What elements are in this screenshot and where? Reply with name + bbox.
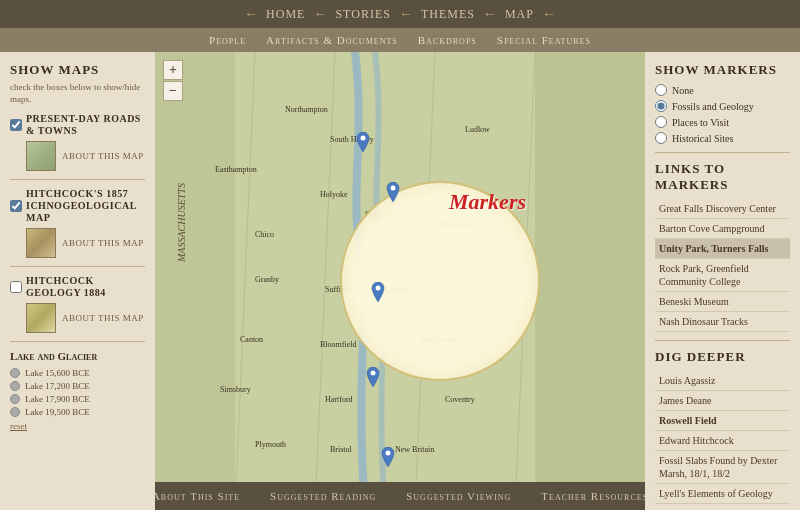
svg-text:Granby: Granby	[255, 275, 279, 284]
lake-label-0: Lake 15,600 BCE	[25, 368, 90, 378]
list-item[interactable]: Barton Cove Campground	[655, 219, 790, 239]
zoom-controls: + −	[163, 60, 183, 101]
svg-rect-1	[155, 52, 235, 510]
list-item[interactable]: Unity Park, Turners Falls	[655, 239, 790, 259]
svg-point-31	[371, 371, 376, 376]
footer-reading[interactable]: Suggested Reading	[270, 490, 376, 502]
nav-arrow: ←	[244, 6, 258, 22]
map-pin[interactable]	[355, 132, 371, 152]
zoom-in-button[interactable]: +	[163, 60, 183, 80]
marker-radio-fossils[interactable]	[655, 100, 667, 112]
map-background: Northampton Easthampton South Hadley Hol…	[155, 52, 645, 510]
svg-text:Easthampton: Easthampton	[215, 165, 257, 174]
map-thumbnail-present-day	[26, 141, 56, 171]
nav-themes[interactable]: Themes	[421, 7, 475, 22]
marker-option-places[interactable]: Places to Visit	[655, 116, 790, 128]
about-map-link-hitchcock1857[interactable]: about this map	[62, 238, 144, 248]
svg-text:Wilbraham: Wilbraham	[435, 220, 471, 229]
marker-radio-places[interactable]	[655, 116, 667, 128]
subnav-special-features[interactable]: Special Features	[497, 34, 591, 46]
reset-link[interactable]: reset	[10, 421, 145, 431]
marker-option-none[interactable]: None	[655, 84, 790, 96]
about-map-row-1857: about this map	[26, 228, 145, 258]
list-item[interactable]: Lyell's Elements of Geology	[655, 484, 790, 504]
dig-deeper-list: Louis Agassiz James Deane Roswell Field …	[655, 371, 790, 504]
svg-point-29	[391, 186, 396, 191]
svg-text:Ludlow: Ludlow	[465, 125, 490, 134]
list-item[interactable]: James Deane	[655, 391, 790, 411]
map-checkbox-hitchcock1884-label: Hitchcock Geology 1884	[26, 275, 145, 299]
list-item[interactable]: Roswell Field	[655, 411, 790, 431]
map-checkbox-hitchcock1884[interactable]: Hitchcock Geology 1884	[10, 275, 145, 299]
footer-viewing[interactable]: Suggested Viewing	[406, 490, 511, 502]
svg-point-30	[376, 286, 381, 291]
marker-label-fossils: Fossils and Geology	[672, 101, 754, 112]
svg-text:Hartford: Hartford	[325, 395, 353, 404]
svg-text:Holyoke: Holyoke	[320, 190, 348, 199]
zoom-out-button[interactable]: −	[163, 81, 183, 101]
about-map-link-hitchcock1884[interactable]: about this map	[62, 313, 144, 323]
list-item[interactable]: Rock Park, Greenfield Community College	[655, 259, 790, 292]
list-item[interactable]: Beneski Museum	[655, 292, 790, 312]
nav-stories[interactable]: Stories	[335, 7, 390, 22]
map-checkbox-hitchcock1857[interactable]: Hitchcock's 1857 Ichnogeological Map	[10, 188, 145, 224]
nav-map[interactable]: Map	[505, 7, 534, 22]
subnav-artifacts[interactable]: Artifacts & Documents	[266, 34, 398, 46]
lake-glacier-title: Lake and Glacier	[10, 350, 145, 362]
about-map-link-present-day[interactable]: about this map	[62, 151, 144, 161]
map-checkbox-present-day[interactable]: Present-day Roads & Towns	[10, 113, 145, 137]
svg-text:Canton: Canton	[240, 335, 263, 344]
svg-text:Plymouth: Plymouth	[255, 440, 286, 449]
about-map-row: about this map	[26, 141, 145, 171]
svg-text:New Britain: New Britain	[395, 445, 434, 454]
svg-point-28	[361, 136, 366, 141]
map-thumbnail-hitchcock1857	[26, 228, 56, 258]
list-item[interactable]: Great Falls Discovery Center	[655, 199, 790, 219]
map-pin[interactable]	[365, 367, 381, 387]
subnav-backdrops[interactable]: Backdrops	[418, 34, 477, 46]
show-maps-title: Show Maps	[10, 62, 145, 78]
lake-label-3: Lake 19,500 BCE	[25, 407, 90, 417]
lake-dot-3	[10, 407, 20, 417]
lake-dot-0	[10, 368, 20, 378]
marker-label-historical: Historical Sites	[672, 133, 733, 144]
lake-glacier-section: Lake and Glacier Lake 15,600 BCE Lake 17…	[10, 350, 145, 431]
list-item[interactable]: Louis Agassiz	[655, 371, 790, 391]
svg-text:Northampton: Northampton	[285, 105, 328, 114]
map-area[interactable]: Northampton Easthampton South Hadley Hol…	[155, 52, 645, 510]
subnav-people[interactable]: People	[209, 34, 246, 46]
nav-home[interactable]: Home	[266, 7, 305, 22]
map-checkbox-hitchcock1884-input[interactable]	[10, 281, 22, 293]
footer-about[interactable]: About This Site	[152, 490, 240, 502]
map-checkbox-hitchcock1857-label: Hitchcock's 1857 Ichnogeological Map	[26, 188, 145, 224]
svg-text:Coventry: Coventry	[445, 395, 475, 404]
lake-item-3: Lake 19,500 BCE	[10, 407, 145, 417]
map-checkbox-hitchcock1857-input[interactable]	[10, 200, 22, 212]
footer-teacher[interactable]: Teacher Resources	[541, 490, 648, 502]
list-item[interactable]: Edward Hitchcock	[655, 431, 790, 451]
map-checkbox-present-day-input[interactable]	[10, 119, 22, 131]
map-pin[interactable]	[380, 447, 396, 467]
marker-option-fossils[interactable]: Fossils and Geology	[655, 100, 790, 112]
list-item[interactable]: Fossil Slabs Found by Dexter Marsh, 18/1…	[655, 451, 790, 484]
svg-text:Enfield: Enfield	[385, 285, 409, 294]
show-markers-title: Show Markers	[655, 62, 790, 78]
map-svg: Northampton Easthampton South Hadley Hol…	[155, 52, 645, 510]
left-panel: Show Maps check the boxes below to show/…	[0, 52, 155, 510]
marker-radio-none[interactable]	[655, 84, 667, 96]
map-pin[interactable]	[370, 282, 386, 302]
markers-label: Markers	[449, 189, 526, 215]
map-thumbnail-hitchcock1884	[26, 303, 56, 333]
map-pin[interactable]	[385, 182, 401, 202]
marker-radio-historical[interactable]	[655, 132, 667, 144]
right-panel: Show Markers None Fossils and Geology Pl…	[645, 52, 800, 510]
marker-label-none: None	[672, 85, 694, 96]
marker-option-historical[interactable]: Historical Sites	[655, 132, 790, 144]
dig-deeper-title: Dig Deeper	[655, 349, 790, 365]
svg-rect-2	[535, 52, 645, 510]
marker-label-places: Places to Visit	[672, 117, 729, 128]
about-map-row-1884: about this map	[26, 303, 145, 333]
svg-point-32	[386, 451, 391, 456]
lake-label-1: Lake 17,200 BCE	[25, 381, 90, 391]
list-item[interactable]: Nash Dinosaur Tracks	[655, 312, 790, 332]
